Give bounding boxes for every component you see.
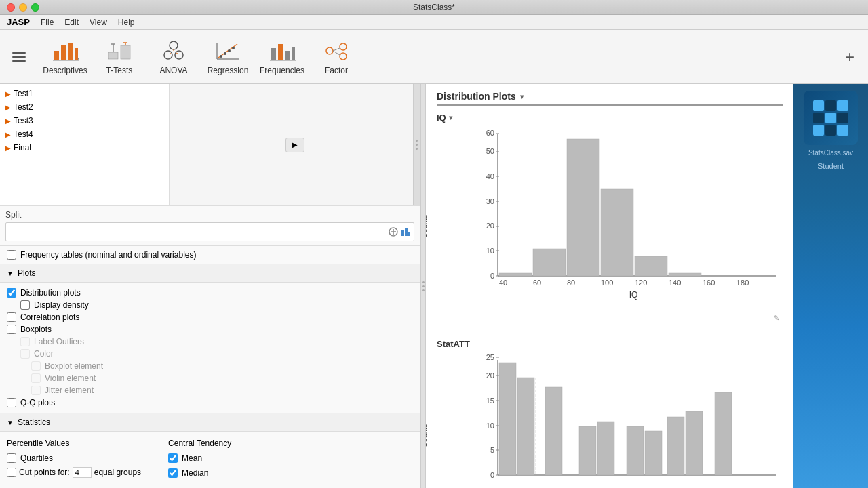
svg-rect-87 xyxy=(517,378,534,475)
svg-line-33 xyxy=(333,48,340,51)
toolbar-descriptives[interactable]: Descriptives xyxy=(38,33,92,81)
frequencies-icon xyxy=(269,39,296,63)
panel-resize-handle[interactable] xyxy=(413,84,420,205)
toolbar-factor[interactable]: Factor xyxy=(309,33,363,81)
var-arrow-test2: ▶ xyxy=(5,104,11,111)
var-item-test1[interactable]: ▶ Test1 xyxy=(0,87,169,100)
central-tendency-col: Central Tendency Mean Median xyxy=(168,439,231,479)
var-arrow-test1: ▶ xyxy=(5,90,11,98)
quartiles-option: Quartiles xyxy=(7,452,141,464)
percentile-values-title: Percentile Values xyxy=(7,439,141,448)
toolbar-anova[interactable]: ANOVA xyxy=(146,33,201,81)
menu-edit[interactable]: Edit xyxy=(64,18,79,27)
svg-rect-88 xyxy=(545,387,562,475)
var-arrow-test3: ▶ xyxy=(5,117,11,125)
svg-rect-95 xyxy=(715,392,732,475)
logo-cell-2 xyxy=(825,100,836,111)
label-outliers-checkbox xyxy=(20,337,30,346)
menu-view[interactable]: View xyxy=(90,18,107,27)
correlation-plots-checkbox[interactable] xyxy=(7,312,16,322)
svg-line-17 xyxy=(176,53,178,54)
toolbar-ttests[interactable]: T-Tests xyxy=(92,33,146,81)
svg-text:160: 160 xyxy=(703,279,715,287)
boxplots-checkbox[interactable] xyxy=(7,325,16,334)
regression-icon xyxy=(214,39,241,63)
regression-label: Regression xyxy=(208,66,249,75)
descriptives-icon xyxy=(52,39,79,63)
descriptives-label: Descriptives xyxy=(43,66,87,75)
statatt-chart-wrapper: Counts 0 5 10 15 20 xyxy=(437,353,783,488)
quartiles-checkbox[interactable] xyxy=(7,453,16,463)
anova-icon xyxy=(160,39,187,63)
toolbar-regression[interactable]: Regression xyxy=(201,33,255,81)
var-item-test2[interactable]: ▶ Test2 xyxy=(0,100,169,114)
svg-rect-57 xyxy=(499,273,532,276)
toolbar-frequencies[interactable]: Frequencies xyxy=(255,33,309,81)
qq-plots-checkbox[interactable] xyxy=(7,398,16,407)
plots-section-header[interactable]: ▼ Plots xyxy=(0,264,420,283)
svg-rect-90 xyxy=(597,422,614,475)
add-button[interactable]: + xyxy=(838,41,861,73)
var-item-test4[interactable]: ▶ Test4 xyxy=(0,127,169,141)
var-item-test3[interactable]: ▶ Test3 xyxy=(0,114,169,127)
var-item-final[interactable]: ▶ Final xyxy=(0,141,169,155)
logo-cell-5 xyxy=(825,113,836,123)
svg-text:180: 180 xyxy=(736,279,749,287)
svg-text:10: 10 xyxy=(486,422,494,430)
hamburger-icon xyxy=(12,52,26,62)
logo-cell-4 xyxy=(813,113,824,123)
display-density-checkbox[interactable] xyxy=(20,300,30,310)
statistics-options: Percentile Values Quartiles Cut points f… xyxy=(0,432,420,486)
statatt-chart-svg: 0 5 10 15 20 25 xyxy=(471,353,783,488)
logo-cell-9 xyxy=(837,125,848,136)
qq-plots-label: Q-Q plots xyxy=(20,398,55,407)
median-checkbox[interactable] xyxy=(168,468,178,478)
iq-edit-icon[interactable]: ✎ xyxy=(774,314,780,323)
percentile-values-col: Percentile Values Quartiles Cut points f… xyxy=(7,439,141,479)
svg-text:25: 25 xyxy=(486,353,494,361)
svg-text:30: 30 xyxy=(486,197,494,205)
svg-text:60: 60 xyxy=(533,279,541,287)
menu-help[interactable]: Help xyxy=(118,18,135,27)
hamburger-button[interactable] xyxy=(7,37,31,77)
close-button[interactable] xyxy=(7,3,15,12)
boxplots-label: Boxplots xyxy=(20,325,52,334)
toolbar: Descriptives T-Tests xyxy=(0,30,868,84)
color-label: Color xyxy=(34,349,54,359)
factor-label: Factor xyxy=(325,66,348,75)
maximize-button[interactable] xyxy=(31,3,39,12)
menu-file[interactable]: File xyxy=(41,18,54,27)
variable-drop-zone[interactable]: ▶ xyxy=(170,84,420,205)
jitter-element-label: Jitter element xyxy=(45,386,94,395)
statistics-collapse-arrow: ▼ xyxy=(7,419,14,426)
left-panel: ▶ Test1 ▶ Test2 ▶ Test3 ▶ Test4 xyxy=(0,84,420,488)
cut-points-checkbox[interactable] xyxy=(7,468,16,477)
distribution-plots-checkbox[interactable] xyxy=(7,288,16,298)
move-button[interactable]: ▶ xyxy=(285,138,304,152)
iq-filter-icon[interactable]: ▾ xyxy=(449,114,452,121)
statistics-section-header[interactable]: ▼ Statistics xyxy=(0,413,420,432)
iq-chart-title: IQ ▾ xyxy=(437,113,783,123)
svg-point-23 xyxy=(228,49,231,52)
iq-chart-container: IQ ▾ Counts 0 10 xyxy=(437,113,783,325)
var-label-test4: Test4 xyxy=(14,129,33,139)
iq-chart-svg: 0 10 20 30 40 50 60 xyxy=(471,127,783,303)
logo-cell-7 xyxy=(813,125,824,136)
mean-checkbox[interactable] xyxy=(168,453,178,463)
window-controls xyxy=(7,3,39,12)
frequencies-label: Frequencies xyxy=(260,66,304,75)
panel-divider[interactable] xyxy=(420,84,426,488)
jasp-logo xyxy=(804,91,858,145)
svg-rect-7 xyxy=(121,45,130,59)
title-bar: StatsClass* xyxy=(0,0,868,15)
cut-points-input[interactable] xyxy=(73,467,92,478)
mean-option: Mean xyxy=(168,452,231,464)
split-drop-zone[interactable] xyxy=(5,222,414,241)
minimize-button[interactable] xyxy=(19,3,27,12)
frequency-tables-checkbox[interactable] xyxy=(7,250,16,260)
svg-text:80: 80 xyxy=(567,279,575,287)
iq-chart-wrapper: Counts 0 10 20 30 xyxy=(437,127,783,325)
svg-point-24 xyxy=(232,47,235,49)
svg-point-30 xyxy=(326,47,333,54)
svg-text:40: 40 xyxy=(499,279,507,287)
